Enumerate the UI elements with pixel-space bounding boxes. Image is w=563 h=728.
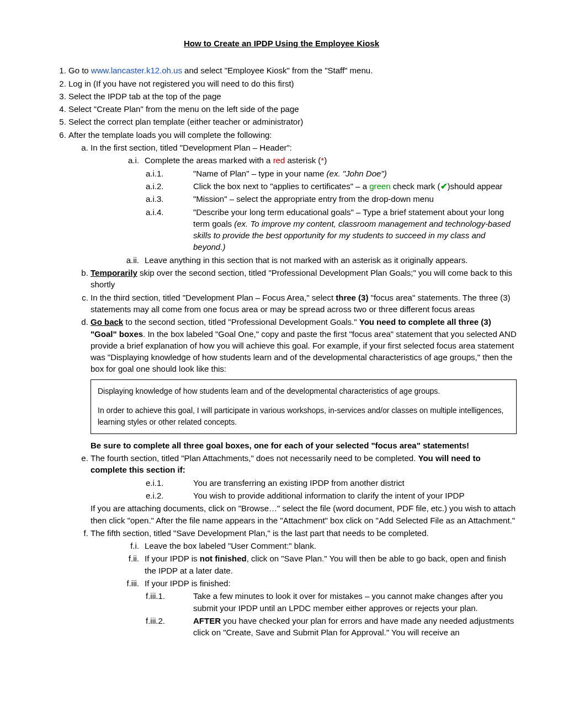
a-ii-label: a.ii.: [113, 254, 145, 266]
step-1: Go to www.lancaster.k12.oh.us and select…: [68, 65, 517, 76]
e-i-2-body: You wish to provide additional informati…: [193, 490, 517, 501]
a-i-3-label: a.i.3.: [146, 193, 193, 205]
f-i-label: f.i.: [113, 540, 145, 552]
e-i-1-label: e.i.1.: [146, 477, 193, 489]
a-i-1-label: a.i.1.: [146, 168, 193, 179]
e-i-2-label: e.i.2.: [146, 490, 193, 501]
substep-e: The fourth section, titled "Plan Attachm…: [91, 452, 517, 526]
a-i-4-label: a.i.4.: [146, 206, 193, 253]
substep-d: Go back to the second section, titled "P…: [91, 316, 517, 451]
e-i-1-body: You are transferring an existing IPDP fr…: [193, 477, 517, 489]
a-ii-row: a.ii. Leave anything in this section tha…: [113, 254, 517, 266]
green-check-icon: ✔: [440, 181, 448, 191]
f-iii-body: If your IPDP is finished:: [145, 577, 517, 589]
substep-c-bold: three (3): [336, 293, 368, 302]
a-i-1-row: a.i.1. "Name of Plan" – type in your nam…: [146, 168, 517, 179]
step-4: Select "Create Plan" from the menu on th…: [68, 103, 517, 115]
f-iii-1-row: f.iii.1. Take a few minutes to look it o…: [146, 590, 517, 614]
step-1-text-a: Go to: [68, 66, 91, 75]
a-i-2-row: a.i.2. Click the box next to "applies to…: [146, 180, 517, 192]
substep-b-bold: Temporarily: [91, 268, 137, 277]
f-iii-1-label: f.iii.1.: [146, 590, 193, 614]
main-steps-list: Go to www.lancaster.k12.oh.us and select…: [46, 65, 517, 638]
substep-a-text: In the first section, titled "Developmen…: [91, 143, 292, 152]
substep-a: In the first section, titled "Developmen…: [91, 142, 517, 266]
page-title: How to Create an IPDP Using the Employee…: [46, 38, 517, 49]
f-ii-body: If your IPDP is not finished, click on "…: [145, 553, 517, 576]
goalbox-spacer: [98, 397, 509, 405]
red-word: red: [273, 156, 285, 165]
f-iii-label: f.iii.: [113, 577, 145, 589]
a-i-2-text-a: Click the box next to "applies to certif…: [193, 181, 369, 191]
goalbox-line1: Displaying knowledge of how students lea…: [98, 386, 509, 397]
f-ii-row: f.ii. If your IPDP is not finished, clic…: [113, 553, 517, 576]
e-i-2-row: e.i.2. You wish to provide additional in…: [146, 490, 517, 501]
step-6-sublist: In the first section, titled "Developmen…: [68, 142, 517, 638]
substep-d-text-b: . In the box labeled "Goal One," copy an…: [91, 329, 517, 374]
green-word: green: [369, 181, 390, 191]
a-i-body: Complete the areas marked with a red ast…: [145, 154, 517, 166]
substep-b-text: skip over the second section, titled "Pr…: [91, 268, 512, 289]
f-iii-row: f.iii. If your IPDP is finished:: [113, 577, 517, 589]
substep-d-bold1: Go back: [91, 317, 123, 326]
f-ii-text-a: If your IPDP is: [145, 554, 200, 563]
a-i-label: a.i.: [113, 154, 145, 166]
substep-e-tail: If you are attaching documents, click on…: [91, 502, 517, 526]
step-1-text-b: and select "Employee Kiosk" from the "St…: [182, 66, 373, 75]
a-i-4-row: a.i.4. "Describe your long term educatio…: [146, 206, 517, 253]
example-goal-box: Displaying knowledge of how students lea…: [91, 379, 517, 434]
f-iii-2-row: f.iii.2. AFTER you have checked your pla…: [146, 615, 517, 639]
step-6-text: After the template loads you will comple…: [68, 130, 272, 140]
substep-e-text: The fourth section, titled "Plan Attachm…: [91, 453, 418, 463]
substep-b: Temporarily skip over the second section…: [91, 267, 517, 291]
f-iii-2-label: f.iii.2.: [146, 615, 193, 639]
e-i-1-row: e.i.1. You are transferring an existing …: [146, 477, 517, 489]
a-i-2-text-b: check mark (: [391, 181, 440, 191]
a-i-2-text-c: )should appear: [448, 181, 503, 191]
a-i-row: a.i. Complete the areas marked with a re…: [113, 154, 517, 166]
f-ii-label: f.ii.: [113, 553, 145, 576]
a-i-text-b: asterisk (: [285, 156, 321, 165]
step-2: Log in (If you have not registered you w…: [68, 78, 517, 89]
a-ii-body: Leave anything in this section that is n…: [145, 254, 517, 266]
f-iii-1-body: Take a few minutes to look it over for m…: [193, 590, 517, 614]
a-i-1-text: "Name of Plan" – type in your name: [193, 169, 327, 178]
substep-d-warning: Be sure to complete all three goal boxes…: [91, 440, 517, 451]
a-i-2-label: a.i.2.: [146, 180, 193, 192]
a-i-2-body: Click the box next to "applies to certif…: [193, 180, 517, 192]
f-iii-2-text: you have checked your plan for errors an…: [193, 616, 514, 637]
substep-c-text-a: In the third section, titled "Developmen…: [91, 293, 336, 302]
f-ii-bold: not finished: [200, 554, 247, 563]
substep-f-text: The fifth section, titled "Save Developm…: [91, 528, 429, 538]
f-i-row: f.i. Leave the box labeled "User Comment…: [113, 540, 517, 552]
step-5: Select the correct plan template (either…: [68, 116, 517, 127]
a-i-4-example: (ex. To improve my content, classroom ma…: [193, 219, 511, 252]
a-i-3-row: a.i.3. "Mission" – select the appropriat…: [146, 193, 517, 205]
substep-d-text-a: to the second section, titled "Professio…: [123, 317, 359, 326]
f-iii-2-bold: AFTER: [193, 616, 221, 625]
f-iii-2-body: AFTER you have checked your plan for err…: [193, 615, 517, 639]
a-i-text-a: Complete the areas marked with a: [145, 156, 273, 165]
a-i-3-body: "Mission" – select the appropriate entry…: [193, 193, 517, 205]
document-page: How to Create an IPDP Using the Employee…: [0, 0, 563, 728]
step-3: Select the IPDP tab at the top of the pa…: [68, 90, 517, 102]
substep-f: The fifth section, titled "Save Developm…: [91, 527, 517, 639]
a-i-1-body: "Name of Plan" – type in your name (ex. …: [193, 168, 517, 179]
f-i-body: Leave the box labeled "User Comment:" bl…: [145, 540, 517, 552]
goalbox-line2: In order to achieve this goal, I will pa…: [98, 405, 509, 428]
a-i-text-c: ): [324, 156, 327, 165]
a-i-4-body: "Describe your long term educational goa…: [193, 206, 517, 253]
substep-c: In the third section, titled "Developmen…: [91, 292, 517, 315]
step-6: After the template loads you will comple…: [68, 129, 517, 639]
a-i-1-example: (ex. "John Doe"): [327, 169, 387, 178]
lancaster-url-link[interactable]: www.lancaster.k12.oh.us: [91, 66, 182, 75]
